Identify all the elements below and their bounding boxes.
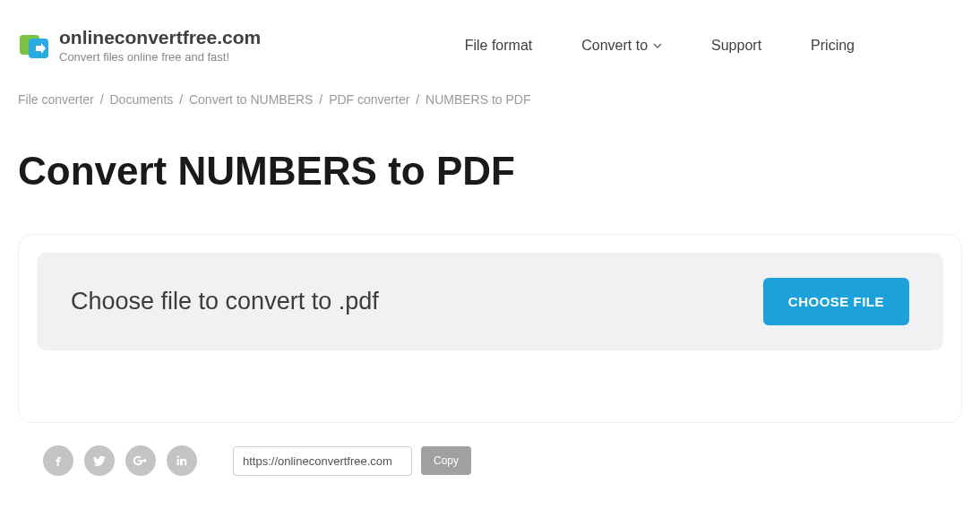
site-name[interactable]: onlineconvertfree.com bbox=[59, 27, 261, 48]
facebook-icon[interactable] bbox=[43, 445, 73, 476]
breadcrumb-item[interactable]: Convert to NUMBERS bbox=[189, 92, 313, 107]
converter-card: Choose file to convert to .pdf CHOOSE FI… bbox=[18, 234, 962, 423]
logo-icon bbox=[18, 30, 50, 62]
google-plus-icon[interactable] bbox=[125, 445, 156, 476]
main-nav: File format Convert to Support Pricing bbox=[465, 38, 962, 54]
choose-file-button[interactable]: CHOOSE FILE bbox=[763, 278, 909, 325]
linkedin-icon[interactable] bbox=[167, 445, 197, 476]
nav-support[interactable]: Support bbox=[711, 38, 761, 54]
twitter-icon[interactable] bbox=[84, 445, 115, 476]
breadcrumb-item[interactable]: NUMBERS to PDF bbox=[426, 92, 530, 107]
breadcrumb-item[interactable]: PDF converter bbox=[329, 92, 409, 107]
upload-prompt: Choose file to convert to .pdf bbox=[71, 288, 379, 315]
breadcrumb: File converter / Documents / Convert to … bbox=[0, 82, 980, 117]
tagline: Convert files online free and fast! bbox=[59, 50, 261, 64]
breadcrumb-item[interactable]: Documents bbox=[109, 92, 173, 107]
copy-button[interactable]: Copy bbox=[421, 446, 471, 475]
share-url-input[interactable] bbox=[233, 446, 412, 476]
upload-panel: Choose file to convert to .pdf CHOOSE FI… bbox=[37, 253, 943, 350]
breadcrumb-item[interactable]: File converter bbox=[18, 92, 94, 107]
nav-convert-to[interactable]: Convert to bbox=[581, 38, 662, 54]
nav-pricing[interactable]: Pricing bbox=[811, 38, 855, 54]
nav-convert-to-label: Convert to bbox=[581, 38, 648, 54]
nav-file-format[interactable]: File format bbox=[465, 38, 533, 54]
share-row: Copy bbox=[0, 436, 980, 494]
page-title: Convert NUMBERS to PDF bbox=[0, 117, 980, 220]
chevron-down-icon bbox=[653, 38, 662, 54]
